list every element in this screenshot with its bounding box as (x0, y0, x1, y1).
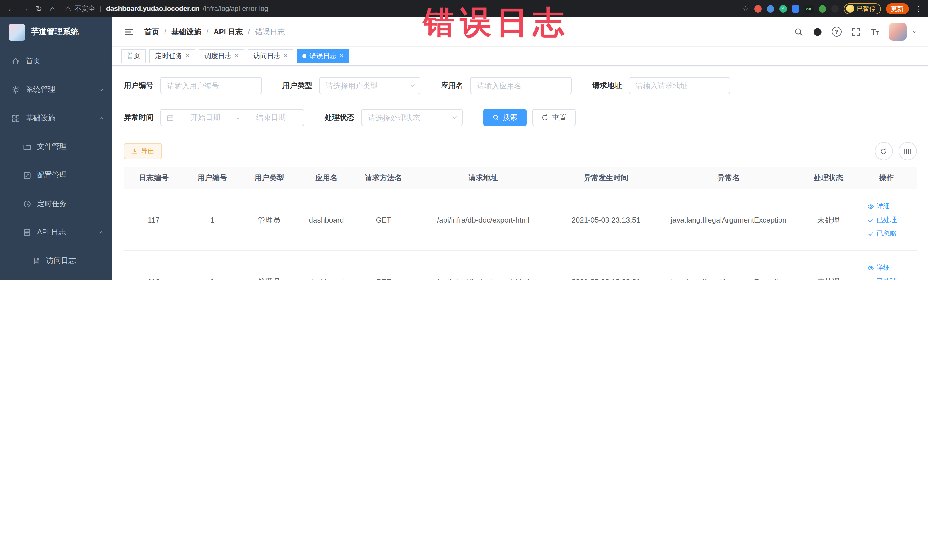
breadcrumb-item[interactable]: API 日志 (214, 26, 243, 37)
user-type-select[interactable] (319, 77, 420, 94)
start-date-input[interactable]: 开始日期 (179, 112, 232, 123)
action-ignored[interactable]: 已忽略 (867, 229, 897, 238)
cell-app-name: dashboard (298, 216, 355, 224)
column-header: 用户编号 (184, 173, 241, 183)
app-title: 芋道管理系统 (31, 27, 79, 37)
sidebar-item-access-logs[interactable]: 访问日志 (0, 246, 112, 275)
close-icon[interactable]: × (185, 52, 189, 60)
sidebar-item-infrastructure[interactable]: 基础设施 (0, 104, 112, 132)
close-icon[interactable]: × (284, 52, 288, 60)
sidebar-item-system-management[interactable]: 系统管理 (0, 75, 112, 104)
cell-status: 未处理 (800, 215, 857, 225)
search-icon[interactable] (794, 27, 803, 36)
infrastructure-icon (11, 114, 20, 122)
process-status-select[interactable] (361, 109, 463, 126)
exception-time-label: 异常时间 (124, 112, 154, 123)
sidebar-item-error-logs[interactable]: 错误日志 (0, 275, 112, 280)
browser-menu-icon[interactable]: ⋮ (915, 4, 922, 13)
request-url-input[interactable] (629, 77, 730, 94)
process-status-label: 处理状态 (325, 112, 354, 123)
column-header: 请求方法名 (355, 173, 412, 183)
refresh-table-button[interactable] (875, 142, 893, 160)
reset-button[interactable]: 重置 (532, 109, 576, 126)
column-header: 处理状态 (800, 173, 857, 183)
profile-sync-paused-badge[interactable]: 已暂停 (844, 3, 881, 14)
extension-icon[interactable] (831, 5, 838, 12)
font-size-icon[interactable] (870, 27, 879, 36)
sidebar-item-file-management[interactable]: 文件管理 (0, 132, 112, 161)
user-type-label: 用户类型 (282, 81, 312, 91)
help-icon[interactable]: ? (832, 27, 841, 37)
url-path: /infra/log/api-error-log (203, 5, 268, 12)
column-settings-button[interactable] (898, 142, 917, 160)
bookmark-star-icon[interactable]: ☆ (742, 4, 749, 13)
sidebar-item-label: 定时任务 (37, 198, 67, 209)
extension-icon[interactable] (818, 5, 826, 12)
end-date-input[interactable]: 结束日期 (244, 112, 298, 123)
address-bar[interactable]: ⚠ 不安全 | dashboard.yudao.iocoder.cn/infra… (65, 4, 268, 14)
cell-log-id: 117 (124, 216, 184, 224)
extension-on-icon[interactable]: on (804, 5, 814, 12)
table-row: 117 1 管理员 dashboard GET /api/infra/db-do… (124, 189, 917, 251)
browser-home-button[interactable]: ⌂ (47, 4, 58, 13)
fullscreen-icon[interactable] (851, 27, 860, 36)
breadcrumb-item[interactable]: 首页 (144, 26, 159, 37)
browser-forward-button[interactable]: → (20, 4, 31, 13)
tabs-bar: 首页 定时任务 × 调度日志 × 访问日志 × 错误日志 × (112, 47, 928, 66)
browser-refresh-button[interactable]: ↻ (33, 4, 44, 13)
error-log-table: 日志编号 用户编号 用户类型 应用名 请求方法名 请求地址 异常发生时间 异常名… (124, 167, 917, 280)
home-icon (11, 57, 20, 65)
user-id-label: 用户编号 (124, 81, 154, 91)
sidebar-item-config-management[interactable]: 配置管理 (0, 161, 112, 189)
sidebar-item-home[interactable]: 首页 (0, 47, 112, 75)
tab-scheduler-logs[interactable]: 调度日志 × (198, 49, 244, 63)
tab-access-logs[interactable]: 访问日志 × (247, 49, 293, 63)
document-icon (32, 256, 41, 265)
action-processed[interactable]: 已处理 (867, 277, 897, 280)
cell-user-type: 管理员 (241, 215, 298, 225)
browser-back-button[interactable]: ← (6, 4, 17, 13)
cell-exception-time: 2021-05-03 23:13:51 (554, 216, 657, 224)
browser-update-button[interactable]: 更新 (886, 3, 908, 14)
github-icon[interactable] (813, 27, 822, 36)
refresh-icon (880, 148, 887, 155)
breadcrumb-item[interactable]: 基础设施 (171, 26, 201, 37)
tab-error-logs[interactable]: 错误日志 × (297, 49, 349, 63)
user-avatar[interactable] (888, 23, 906, 41)
extension-icon[interactable] (792, 5, 799, 12)
app-logo[interactable]: 芋道管理系统 (0, 17, 112, 47)
sidebar-item-scheduled-tasks[interactable]: 定时任务 (0, 189, 112, 218)
hamburger-icon[interactable] (124, 26, 134, 37)
profile-avatar-icon (846, 5, 854, 12)
sidebar-item-api-logs[interactable]: API 日志 (0, 218, 112, 246)
close-icon[interactable]: × (339, 52, 343, 60)
sidebar-item-label: 系统管理 (26, 84, 55, 95)
action-detail[interactable]: 详细 (867, 201, 890, 211)
app-name-input[interactable] (470, 77, 572, 94)
folder-icon (23, 142, 31, 151)
sidebar-item-label: 首页 (26, 56, 41, 66)
search-button[interactable]: 搜索 (483, 109, 527, 126)
address-separator: | (100, 5, 102, 12)
sidebar: 芋道管理系统 首页 系统管理 基础设施 文件管理 配置管理 定时任务 API 日… (0, 17, 112, 280)
cell-app-name: dashboard (298, 277, 355, 280)
cell-user-id: 1 (184, 277, 241, 280)
extension-icon[interactable] (754, 5, 762, 12)
extension-icon[interactable]: Y (779, 5, 786, 12)
cell-method: GET (355, 216, 412, 224)
user-id-input[interactable] (160, 77, 262, 94)
extension-icon[interactable] (766, 5, 774, 12)
close-icon[interactable]: × (235, 52, 238, 60)
export-button[interactable]: 导出 (124, 143, 162, 159)
date-range-picker[interactable]: 开始日期 - 结束日期 (160, 109, 304, 126)
column-header: 请求地址 (412, 173, 554, 183)
logo-image (9, 24, 25, 40)
url-domain: dashboard.yudao.iocoder.cn (106, 5, 199, 12)
cell-user-type: 管理员 (241, 276, 298, 280)
tab-home[interactable]: 首页 (121, 49, 146, 63)
config-icon (23, 171, 31, 179)
tab-scheduled-tasks[interactable]: 定时任务 × (150, 49, 195, 63)
chevron-down-icon[interactable] (911, 29, 917, 34)
action-detail[interactable]: 详细 (867, 263, 890, 273)
action-processed[interactable]: 已处理 (867, 215, 897, 225)
